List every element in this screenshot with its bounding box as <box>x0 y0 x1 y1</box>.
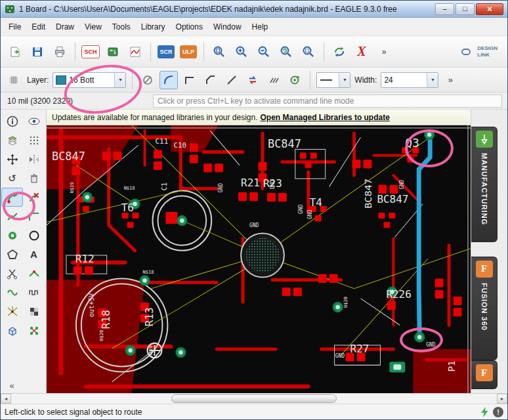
refresh-button[interactable] <box>329 41 350 62</box>
width-dropdown-arrow[interactable]: ▼ <box>427 73 438 87</box>
minimize-button[interactable]: – <box>435 3 454 15</box>
bend-straight-button[interactable] <box>222 71 241 89</box>
zoom-fit-button[interactable] <box>209 41 230 62</box>
via-button[interactable] <box>1 226 23 245</box>
line-style-sample-icon <box>320 76 333 84</box>
grid-button[interactable] <box>5 71 23 89</box>
polygon-icon <box>6 248 19 261</box>
menu-library[interactable]: Library <box>136 20 171 34</box>
swap-layer-button[interactable] <box>243 71 262 89</box>
miter-button[interactable] <box>23 207 45 226</box>
scroll-right-button[interactable]: ► <box>497 394 507 404</box>
minimize-icon: – <box>442 5 446 12</box>
zoom-in-button[interactable] <box>231 41 252 62</box>
menu-file[interactable]: File <box>3 20 26 34</box>
scroll-thumb[interactable] <box>171 394 337 403</box>
scr-button[interactable]: SCR <box>156 41 177 62</box>
board-button[interactable] <box>102 41 123 62</box>
cam-chart-button[interactable] <box>125 41 146 62</box>
scroll-left-button[interactable]: ◄ <box>1 394 11 404</box>
eagle-window: 1 Board - C:\Users\UserA\Documents\EAGLE… <box>0 0 508 420</box>
fusion-360-label: FUSION 360 <box>480 283 488 331</box>
width-select[interactable]: 24 ▼ <box>381 72 438 88</box>
scissors-icon <box>6 267 19 280</box>
zoom-out-button[interactable] <box>253 41 274 62</box>
auto-bend-icon <box>268 74 280 86</box>
bend-90-button[interactable] <box>180 71 199 89</box>
close-icon: × <box>487 5 492 13</box>
show-button[interactable] <box>23 112 45 131</box>
scroll-track[interactable] <box>11 394 497 404</box>
design-link-label1: DESIGN <box>477 45 497 52</box>
polygon-button[interactable] <box>1 245 23 264</box>
drc-button[interactable] <box>23 302 45 321</box>
manufacturing-tab[interactable]: MANUFACTURING <box>471 127 497 242</box>
miter-icon <box>28 210 41 223</box>
save-button[interactable] <box>27 41 48 62</box>
options-grid-button[interactable] <box>23 131 45 150</box>
display-layers-button[interactable] <box>1 131 23 150</box>
menu-tools[interactable]: Tools <box>107 20 136 34</box>
fanout-button[interactable] <box>23 321 45 340</box>
pcb-label: P1 <box>446 360 457 371</box>
move-button[interactable] <box>1 150 23 169</box>
open-board-button[interactable] <box>5 41 26 62</box>
fusion-360-tab[interactable]: F FUSION 360 <box>471 257 497 361</box>
print-button[interactable] <box>49 41 70 62</box>
optimize-button[interactable] <box>23 264 45 283</box>
ripup-button[interactable] <box>23 188 45 207</box>
online-lightning-icon[interactable] <box>480 407 489 417</box>
meander-button[interactable] <box>23 283 45 302</box>
menu-view[interactable]: View <box>79 20 107 34</box>
bend-round-button[interactable] <box>159 71 178 89</box>
delete-button[interactable] <box>23 169 45 188</box>
layer-select[interactable]: 16 Bott ▼ <box>53 72 126 88</box>
fusion-mini-tab[interactable]: F <box>471 360 497 389</box>
close-button[interactable]: × <box>476 3 503 15</box>
line-style-dropdown-arrow[interactable]: ▼ <box>339 73 350 87</box>
command-line-input[interactable] <box>153 94 502 108</box>
ulp-button[interactable]: ULP <box>178 41 199 62</box>
width-value: 24 <box>384 75 392 85</box>
followme-route-button[interactable] <box>286 71 304 89</box>
zoom-redraw-button[interactable] <box>276 41 297 62</box>
auto-bend-button[interactable] <box>265 71 283 89</box>
avoid-obstacles-button[interactable] <box>138 71 157 89</box>
menu-help[interactable]: Help <box>247 20 274 34</box>
split-button[interactable] <box>1 264 23 283</box>
line-style-select[interactable]: ▼ <box>316 72 350 88</box>
menu-edit[interactable]: Edit <box>26 20 51 34</box>
menubar: File Edit Draw View Tools Library Option… <box>1 18 507 36</box>
route-button[interactable] <box>1 188 23 207</box>
bend-45-button[interactable] <box>201 71 220 89</box>
separator <box>132 71 133 89</box>
ratsnest-button[interactable] <box>1 302 23 321</box>
info-button[interactable] <box>1 112 23 131</box>
schematic-button[interactable]: SCH <box>80 41 101 62</box>
menu-window[interactable]: Window <box>208 20 247 34</box>
signal-button[interactable] <box>1 283 23 302</box>
rotate-button[interactable]: ↺ <box>1 169 23 188</box>
design-link-button[interactable]: DESIGNLINK <box>454 43 503 60</box>
cube-3d-button[interactable] <box>1 321 23 340</box>
mirror-button[interactable] <box>23 150 45 169</box>
text-button[interactable]: A <box>23 245 45 264</box>
simulation-x-button[interactable]: X <box>351 41 372 62</box>
mount-hole <box>241 233 284 277</box>
menu-options[interactable]: Options <box>171 20 208 34</box>
collapse-palette-button[interactable]: « <box>3 379 20 392</box>
titlebar[interactable]: 1 Board - C:\Users\UserA\Documents\EAGLE… <box>1 1 507 18</box>
circle-button[interactable] <box>23 226 45 245</box>
editor-area: Updates are available for managed librar… <box>47 110 471 393</box>
board-canvas[interactable]: BC847C11C10BC847Q3R21R23BC847BC847T6T4R1… <box>47 125 471 393</box>
maximize-button[interactable]: □ <box>455 3 475 15</box>
menu-draw[interactable]: Draw <box>51 20 79 34</box>
alert-icon[interactable]: ! <box>493 407 503 417</box>
board-icon <box>106 45 119 58</box>
open-managed-libraries-link[interactable]: Open Managed Libraries to update <box>261 113 390 122</box>
zoom-select-button[interactable] <box>298 41 319 62</box>
wire-button[interactable] <box>1 207 23 226</box>
route-overflow-button[interactable]: » <box>441 71 459 89</box>
layer-dropdown-arrow[interactable]: ▼ <box>114 73 125 87</box>
toolbar-overflow-button[interactable]: » <box>373 41 394 62</box>
